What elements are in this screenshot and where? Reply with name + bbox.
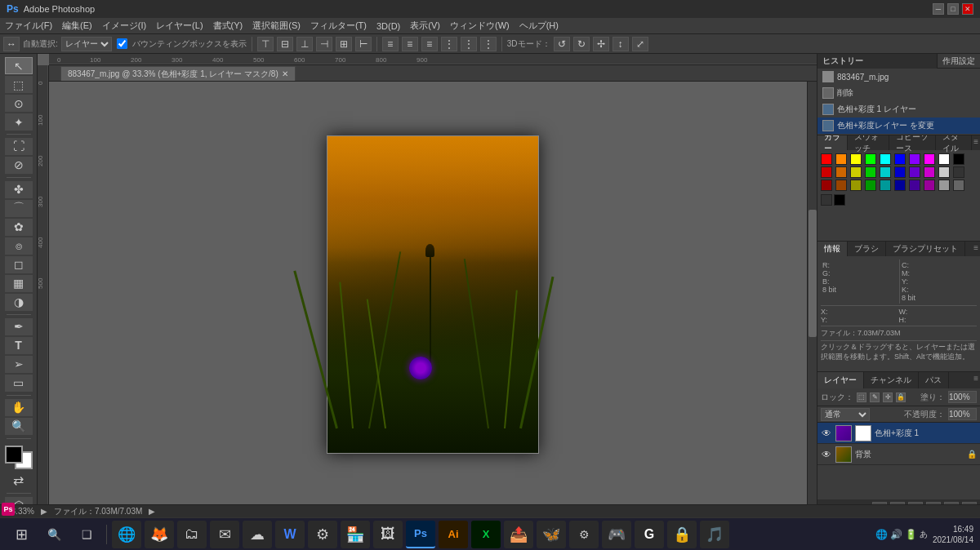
taskbar-music[interactable]: 🎵	[700, 521, 729, 548]
type-tool[interactable]: T	[5, 337, 33, 354]
task-view-btn[interactable]: ❑	[72, 521, 101, 548]
search-btn[interactable]: 🔍	[39, 521, 69, 548]
path-select-tool[interactable]: ➢	[5, 356, 33, 373]
dodge-tool[interactable]: ◑	[5, 294, 33, 311]
swatch-darkolive[interactable]	[850, 180, 862, 191]
pen-tool[interactable]: ✒	[5, 318, 33, 335]
taskbar-excel[interactable]: X	[471, 521, 501, 548]
lock-transparent-btn[interactable]: ⬚	[857, 393, 866, 402]
menu-3d[interactable]: 3D(D)	[376, 21, 400, 31]
canvas-tab-close[interactable]: ✕	[282, 69, 288, 78]
taskbar-explorer[interactable]: 🗂	[177, 521, 207, 548]
blend-mode-select[interactable]: 通常	[821, 408, 870, 421]
minimize-btn[interactable]: ─	[933, 3, 944, 15]
swatch-green[interactable]	[865, 153, 876, 165]
swatch-midnight[interactable]	[894, 180, 906, 191]
copy-source-tab[interactable]: コピーソース	[889, 135, 936, 150]
volume-icon[interactable]: 🔊	[890, 529, 902, 540]
marquee-tool[interactable]: ⬚	[5, 76, 33, 93]
status-arrow-2[interactable]: ▶	[149, 507, 155, 516]
taskbar-g-btn[interactable]: G	[635, 521, 664, 548]
swatch-white[interactable]	[938, 153, 950, 165]
taskbar-app1[interactable]: 📤	[504, 521, 533, 548]
3d-slide-btn[interactable]: ↕	[612, 37, 629, 51]
distribute-bottom-btn[interactable]: ≡	[421, 37, 438, 51]
close-btn[interactable]: ✕	[962, 3, 973, 15]
3d-scale-btn[interactable]: ⤢	[632, 37, 648, 51]
shape-tool[interactable]: ▭	[5, 375, 33, 392]
menu-edit[interactable]: 編集(E)	[62, 20, 92, 32]
menu-select[interactable]: 選択範囲(S)	[252, 20, 301, 32]
opacity-input[interactable]: 100%	[948, 408, 977, 420]
swatch-cyan[interactable]	[880, 153, 891, 165]
battery-icon[interactable]: 🔋	[905, 529, 917, 540]
layer-visibility-1[interactable]: 👁	[821, 449, 832, 460]
color-tab[interactable]: カラー	[817, 135, 848, 150]
eraser-tool[interactable]: ◻	[5, 256, 33, 273]
move-tool[interactable]: ↖	[5, 57, 33, 74]
history-item-3[interactable]: 色相+彩度レイヤー を変更	[817, 118, 980, 134]
history-item-1[interactable]: 削除	[817, 85, 980, 101]
history-item-0[interactable]: 883467_m.jpg	[817, 69, 980, 85]
menu-filter[interactable]: フィルター(T)	[310, 20, 367, 32]
swatch-olive[interactable]	[850, 166, 862, 178]
taskbar-store[interactable]: 🏪	[341, 521, 370, 548]
align-vcenter-btn[interactable]: ⊟	[277, 37, 293, 51]
align-right-btn[interactable]: ⊢	[355, 37, 372, 51]
distribute-right-btn[interactable]: ⋮	[480, 37, 497, 51]
crop-tool[interactable]: ⛶	[5, 138, 33, 155]
foreground-color-swatch[interactable]	[5, 446, 23, 464]
menu-window[interactable]: ウィンドウ(W)	[450, 20, 510, 32]
bounding-box-checkbox[interactable]	[117, 38, 127, 49]
history-brush-tool[interactable]: ⌾	[5, 237, 33, 255]
hand-tool[interactable]: ✋	[5, 399, 33, 416]
brush-preset-tab[interactable]: ブラシプリセット	[886, 242, 965, 256]
swatch-extra-2[interactable]	[834, 194, 845, 206]
swatch-brown[interactable]	[835, 166, 847, 178]
ime-icon[interactable]: あ	[920, 529, 928, 540]
fill-input[interactable]: 100%	[948, 391, 977, 403]
layers-tab[interactable]: レイヤー	[817, 372, 864, 388]
taskbar-cloud[interactable]: ☁	[243, 521, 272, 548]
lock-pixels-btn[interactable]: ✎	[870, 393, 880, 402]
swatch-navy[interactable]	[894, 166, 906, 178]
3d-roll-btn[interactable]: ↻	[573, 37, 590, 51]
taskbar-illustrator[interactable]: Ai	[439, 521, 468, 548]
swatch-purple[interactable]	[909, 153, 920, 165]
3d-rotate-btn[interactable]: ↺	[554, 37, 570, 51]
swatch-blue[interactable]	[894, 153, 906, 165]
taskbar-firefox[interactable]: 🦊	[145, 521, 174, 548]
swatch-silver[interactable]	[938, 166, 950, 178]
align-bottom-btn[interactable]: ⊥	[296, 37, 313, 51]
lock-all-btn[interactable]: 🔒	[896, 393, 906, 402]
canvas-workspace[interactable]	[49, 82, 817, 508]
clock[interactable]: 16:49 2021/08/14	[933, 524, 973, 545]
distribute-vcenter-btn[interactable]: ≡	[402, 37, 418, 51]
style-tab[interactable]: スタイル	[936, 135, 972, 150]
taskbar-app2[interactable]: ⚙	[569, 521, 599, 548]
spot-heal-tool[interactable]: ✤	[5, 181, 33, 198]
workspace-settings-btn[interactable]: 作用設定	[937, 54, 980, 69]
menu-image[interactable]: イメージ(I)	[102, 20, 146, 32]
3d-pan-btn[interactable]: ✢	[593, 37, 609, 51]
taskbar-photoshop[interactable]: Ps	[406, 521, 435, 548]
swatch-darkpurple[interactable]	[909, 166, 920, 178]
swatch-dim[interactable]	[953, 180, 964, 191]
menu-type[interactable]: 書式(Y)	[213, 20, 243, 32]
layer-panel-menu-btn[interactable]: ≡	[972, 372, 980, 388]
taskbar-mail[interactable]: ✉	[210, 521, 239, 548]
swatch-darkred[interactable]	[821, 166, 832, 178]
layer-item-0[interactable]: 👁 色相+彩度 1	[817, 423, 980, 444]
menu-layer[interactable]: レイヤー(L)	[156, 20, 203, 32]
canvas-tab-main[interactable]: 883467_m.jpg @ 33.3% (色相+彩度 1, レイヤー マスク/…	[60, 66, 296, 81]
distribute-top-btn[interactable]: ≡	[382, 37, 399, 51]
layer-item-1[interactable]: 👁 背景 🔒	[817, 444, 980, 465]
swatch-plum[interactable]	[924, 180, 935, 191]
taskbar-security[interactable]: 🔒	[667, 521, 697, 548]
brush-panel-menu-btn[interactable]: ≡	[972, 242, 980, 256]
taskbar-butterfly[interactable]: 🦋	[537, 521, 566, 548]
menu-file[interactable]: ファイル(F)	[5, 20, 52, 32]
swatch-red[interactable]	[821, 153, 832, 165]
auto-select-dropdown[interactable]: レイヤー	[61, 37, 112, 51]
canvas-area[interactable]: 0 100 200 300 400 500 600 700 800 900 0 …	[38, 54, 817, 517]
